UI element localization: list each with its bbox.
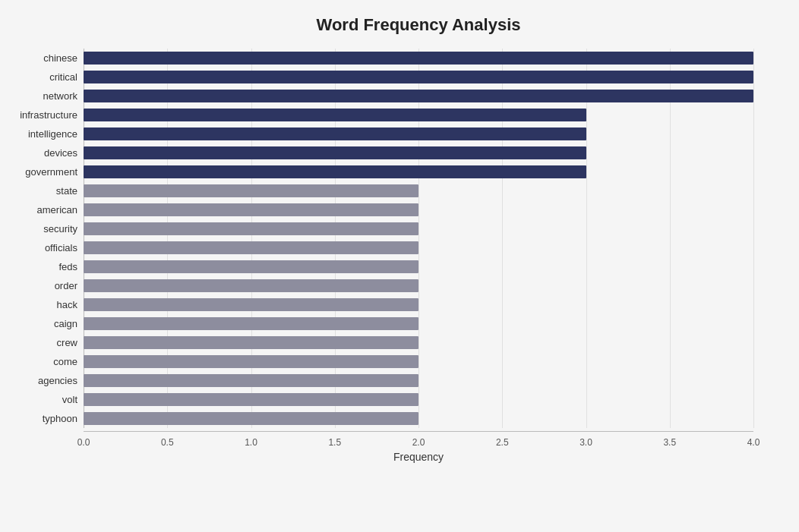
bar-label: order [8, 280, 84, 291]
bar-row: network [84, 87, 753, 105]
bar-row: government [84, 162, 753, 181]
bar-label: critical [8, 71, 84, 83]
bar-row: caign [84, 314, 753, 333]
bar [84, 374, 418, 388]
bar [84, 184, 418, 198]
x-tick: 2.0 [412, 437, 425, 448]
bar-label: government [8, 166, 84, 178]
grid-line [753, 49, 754, 428]
bar [84, 241, 418, 255]
bar-wrapper [84, 181, 753, 200]
bar-row: state [84, 181, 753, 200]
bar-label: typhoon [8, 413, 84, 424]
bar-row: volt [84, 390, 753, 409]
x-tick: 0.5 [161, 437, 174, 448]
bar-row: intelligence [84, 124, 753, 143]
bar-row: order [84, 276, 753, 295]
bar-row: infrastructure [84, 105, 753, 124]
bar-row: crew [84, 333, 753, 352]
bar [84, 146, 586, 160]
bar-wrapper [84, 219, 753, 238]
bar-wrapper [84, 390, 753, 409]
bar-wrapper [84, 238, 753, 257]
bar-row: american [84, 200, 753, 219]
bar [84, 90, 753, 103]
x-tick: 1.0 [245, 437, 257, 448]
bar-label: chinese [8, 52, 84, 64]
bar-label: american [8, 204, 84, 216]
bar-row: security [84, 219, 753, 238]
bar [84, 393, 418, 407]
bar-label: hack [8, 299, 84, 310]
bar-wrapper [84, 295, 753, 314]
bar-wrapper [84, 276, 753, 295]
bar [84, 127, 586, 141]
bar-label: agencies [8, 375, 84, 386]
x-tick: 1.5 [328, 437, 341, 448]
bar-label: volt [8, 394, 84, 405]
bar [84, 336, 418, 350]
chart-container: Word Frequency Analysis chinese critical… [0, 0, 799, 532]
bar-label: security [8, 223, 84, 235]
bar-row: critical [84, 68, 753, 87]
bar [84, 412, 418, 426]
x-tick: 3.5 [663, 437, 676, 448]
bar [84, 317, 418, 331]
chart-title: Word Frequency Analysis [84, 15, 753, 35]
bar-wrapper [84, 257, 753, 276]
bar-label: devices [8, 147, 84, 159]
bar-row: come [84, 352, 753, 371]
bar [84, 298, 418, 312]
bar-wrapper [84, 352, 753, 371]
bar-row: agencies [84, 371, 753, 390]
bar-label: crew [8, 337, 84, 348]
bar-wrapper [84, 200, 753, 219]
bar-wrapper [84, 409, 753, 428]
bar-wrapper [84, 333, 753, 352]
bar-wrapper [84, 87, 753, 105]
bar [84, 203, 418, 217]
bar-label: caign [8, 318, 84, 329]
bar-wrapper [84, 162, 753, 181]
bar [84, 109, 586, 122]
bar-label: intelligence [8, 128, 84, 140]
bar-row: devices [84, 143, 753, 162]
x-tick: 3.0 [580, 437, 592, 448]
bar-label: infrastructure [8, 109, 84, 121]
x-axis-label: Frequency [84, 451, 753, 463]
bar-label: feds [8, 261, 84, 272]
x-tick: 2.5 [496, 437, 509, 448]
x-axis: 0.00.51.01.52.02.53.03.54.0 [84, 431, 753, 446]
bar-wrapper [84, 49, 753, 68]
bar-row: chinese [84, 49, 753, 68]
bar-wrapper [84, 105, 753, 124]
x-tick: 0.0 [77, 437, 90, 448]
x-tick: 4.0 [747, 437, 760, 448]
bar [84, 222, 418, 236]
bar-label: come [8, 356, 84, 367]
bar [84, 279, 418, 293]
bar-wrapper [84, 68, 753, 87]
bar-row: hack [84, 295, 753, 314]
bar [84, 260, 418, 274]
bar-label: state [8, 185, 84, 197]
bar-label: network [8, 90, 84, 102]
bar-row: feds [84, 257, 753, 276]
bar [84, 71, 753, 84]
bar [84, 165, 586, 179]
bar-wrapper [84, 371, 753, 390]
bar-wrapper [84, 124, 753, 143]
bars-section: chinese critical network infrastructure … [84, 49, 753, 428]
bar [84, 355, 418, 369]
bar-row: typhoon [84, 409, 753, 428]
bar-wrapper [84, 314, 753, 333]
bar-wrapper [84, 143, 753, 162]
bar [84, 52, 753, 65]
bar-row: officials [84, 238, 753, 257]
bar-label: officials [8, 242, 84, 253]
